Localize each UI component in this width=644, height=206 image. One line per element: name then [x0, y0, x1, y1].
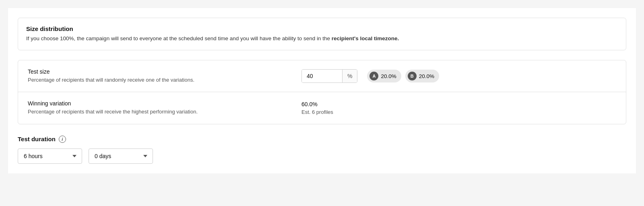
winning-variation-label: Winning variation [28, 100, 301, 107]
duration-dropdowns: 1 hour 2 hours 3 hours 4 hours 5 hours 6… [18, 148, 626, 164]
test-size-input[interactable] [302, 70, 342, 82]
winning-variation-profiles: Est. 6 profiles [301, 109, 333, 115]
test-size-row: Test size Percentage of recipients that … [18, 60, 626, 92]
percent-symbol: % [342, 70, 357, 82]
winning-variation-description: Percentage of recipients that will recei… [28, 108, 301, 115]
test-duration-header: Test duration i [18, 136, 626, 143]
test-size-left: Test size Percentage of recipients that … [28, 68, 301, 84]
hours-dropdown-wrapper: 1 hour 2 hours 3 hours 4 hours 5 hours 6… [18, 148, 82, 164]
winning-variation-percentage: 60.0% [301, 101, 333, 107]
size-distribution-title: Size distribution [26, 25, 618, 32]
variation-b-badge: B 20.0% [405, 70, 439, 82]
test-config-box: Test size Percentage of recipients that … [18, 60, 626, 124]
info-icon[interactable]: i [59, 136, 66, 143]
variation-a-letter: A [369, 72, 378, 80]
test-size-right: % A 20.0% B 20.0% [301, 69, 439, 83]
percent-input-wrapper: % [301, 69, 357, 83]
days-dropdown[interactable]: 0 days 1 day 2 days 3 days 7 days [89, 148, 153, 164]
days-dropdown-wrapper: 0 days 1 day 2 days 3 days 7 days [89, 148, 153, 164]
variation-b-value: 20.0% [419, 73, 434, 79]
size-distribution-section: Size distribution If you choose 100%, th… [18, 18, 626, 50]
winning-variation-right: 60.0% Est. 6 profiles [301, 101, 333, 115]
size-distribution-desc-prefix: If you choose 100%, the campaign will se… [26, 35, 332, 41]
page-container: Size distribution If you choose 100%, th… [8, 8, 636, 173]
size-distribution-description: If you choose 100%, the campaign will se… [26, 35, 618, 43]
variation-badges: A 20.0% B 20.0% [367, 70, 439, 82]
test-size-label: Test size [28, 68, 301, 75]
variation-a-badge: A 20.0% [367, 70, 401, 82]
winning-variation-row: Winning variation Percentage of recipien… [18, 92, 626, 124]
test-duration-title: Test duration [18, 136, 56, 142]
size-distribution-desc-bold: recipient's local timezone. [332, 35, 399, 41]
variation-a-value: 20.0% [381, 73, 396, 79]
winning-variation-values: 60.0% Est. 6 profiles [301, 101, 333, 115]
test-duration-section: Test duration i 1 hour 2 hours 3 hours 4… [18, 136, 626, 164]
hours-dropdown[interactable]: 1 hour 2 hours 3 hours 4 hours 5 hours 6… [18, 148, 82, 164]
winning-variation-left: Winning variation Percentage of recipien… [28, 100, 301, 115]
variation-b-letter: B [408, 72, 417, 80]
test-size-description: Percentage of recipients that will rando… [28, 76, 301, 84]
